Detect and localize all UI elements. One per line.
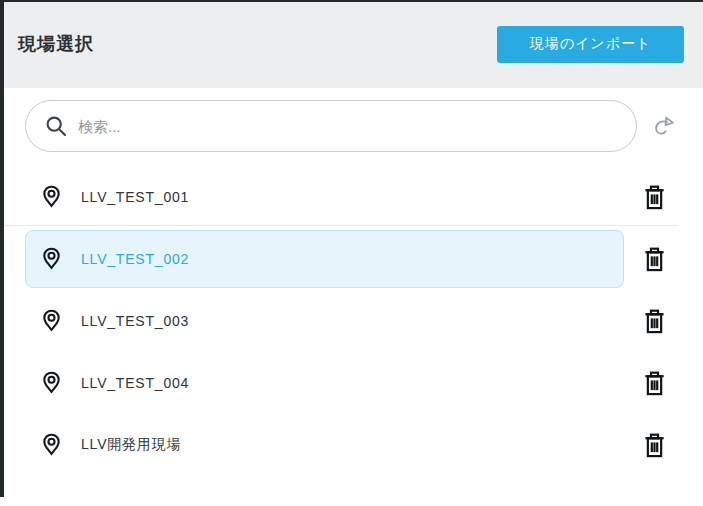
location-pin-icon: [39, 184, 64, 210]
site-row: LLV_TEST_001: [0, 166, 703, 228]
location-pin-icon: [39, 370, 64, 396]
location-pin-icon: [39, 432, 64, 458]
site-row: LLV_TEST_002: [0, 228, 703, 290]
site-selection-panel: 現場選択 現場のインポート: [0, 0, 703, 476]
site-item[interactable]: LLV開発用現場: [25, 416, 624, 474]
site-item[interactable]: LLV_TEST_001: [25, 168, 624, 226]
page-title: 現場選択: [18, 32, 94, 56]
site-label: LLV_TEST_004: [81, 375, 189, 391]
search-input[interactable]: [78, 118, 616, 135]
site-item[interactable]: LLV_TEST_002: [25, 230, 624, 288]
site-label: LLV_TEST_002: [81, 251, 189, 267]
location-pin-icon: [39, 246, 64, 272]
site-label: LLV開発用現場: [81, 436, 181, 454]
trash-icon[interactable]: [640, 368, 668, 398]
trash-icon[interactable]: [640, 182, 668, 212]
import-site-button[interactable]: 現場のインポート: [497, 26, 684, 63]
search-toolbar: [25, 100, 703, 152]
site-list: LLV_TEST_001 LLV_TEST_002: [0, 166, 703, 476]
screen-edge-top: [0, 0, 703, 2]
screen-edge-left: [0, 0, 4, 497]
header: 現場選択 現場のインポート: [0, 0, 703, 88]
site-label: LLV_TEST_001: [81, 189, 189, 205]
site-label: LLV_TEST_003: [81, 313, 189, 329]
site-row: LLV_TEST_004: [0, 352, 703, 414]
site-item[interactable]: LLV_TEST_003: [25, 292, 624, 350]
location-pin-icon: [39, 308, 64, 334]
search-box[interactable]: [25, 100, 637, 152]
site-row: LLV_TEST_003: [0, 290, 703, 352]
site-row: LLV開発用現場: [0, 414, 703, 476]
trash-icon[interactable]: [640, 244, 668, 274]
trash-icon[interactable]: [640, 306, 668, 336]
search-icon: [44, 114, 68, 138]
trash-icon[interactable]: [640, 430, 668, 460]
redo-icon[interactable]: [648, 111, 678, 141]
site-item[interactable]: LLV_TEST_004: [25, 354, 624, 412]
